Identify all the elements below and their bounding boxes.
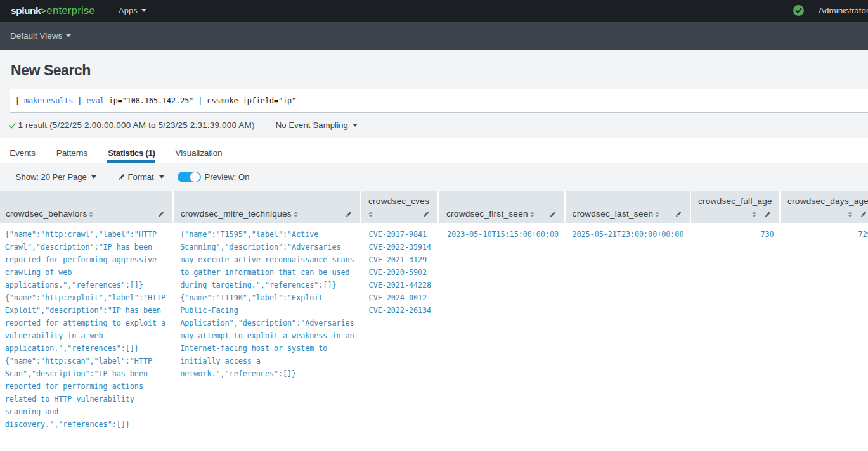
chevron-down-icon xyxy=(141,9,146,12)
default-views-label: Default Views xyxy=(10,31,62,41)
per-page-menu[interactable]: Show: 20 Per Page xyxy=(16,163,96,191)
table-row: {"name":"http:crawl","label":"HTTP Crawl… xyxy=(0,223,868,451)
column-header-crowdsec-last-seen[interactable]: crowdsec_last_seen xyxy=(564,191,690,223)
edit-column-icon[interactable] xyxy=(346,211,353,218)
cell-value[interactable]: CVE-2021-44228 xyxy=(369,279,435,291)
preview-control: Preview: On xyxy=(178,163,250,191)
preview-toggle[interactable] xyxy=(178,172,201,182)
apps-menu-label: Apps xyxy=(119,6,138,15)
column-header-crowdsec-cves[interactable]: crowdsec_cves xyxy=(360,191,437,223)
splunk-logo[interactable]: splunk>enterprise xyxy=(11,0,95,22)
sort-icon[interactable] xyxy=(530,212,534,217)
edit-column-icon[interactable] xyxy=(860,211,867,218)
default-views-menu[interactable]: Default Views xyxy=(10,22,71,50)
statistics-table-wrap: crowdsec_behaviors crowdsec_mitre_techni… xyxy=(0,191,868,451)
title-section: New Search xyxy=(0,50,868,89)
splunk-search-page: splunk>enterprise Apps Administrator Def… xyxy=(0,0,868,451)
sort-icon[interactable] xyxy=(848,212,852,217)
per-page-label: Show: 20 Per Page xyxy=(16,172,87,182)
cell-value[interactable]: 2025-05-21T23:00:00+00:00 xyxy=(573,228,690,241)
edit-column-icon[interactable] xyxy=(158,211,165,218)
cell-value[interactable]: {"name":"T1595","label":"Active Scanning… xyxy=(180,228,356,291)
table-controls: Show: 20 Per Page Format Preview: On xyxy=(0,163,868,191)
edit-column-icon[interactable] xyxy=(675,211,682,218)
logo-brand: splunk xyxy=(11,5,41,16)
health-status-icon[interactable] xyxy=(793,5,804,16)
sort-icon[interactable] xyxy=(89,212,93,217)
brush-icon xyxy=(119,174,126,181)
column-header-crowdsec-mitre-techniques[interactable]: crowdsec_mitre_techniques xyxy=(172,191,360,223)
cell-value[interactable]: CVE-2020-5902 xyxy=(369,266,435,279)
edit-column-icon[interactable] xyxy=(550,211,557,218)
cell-value[interactable]: {"name":"T1190","label":"Exploit Public-… xyxy=(180,291,356,380)
sort-icon[interactable] xyxy=(294,212,298,217)
cell-value[interactable]: CVE-2021-3129 xyxy=(369,253,435,266)
job-status-section: 1 result (5/22/25 2:00:00.000 AM to 5/23… xyxy=(0,113,868,138)
tab-statistics[interactable]: Statistics (1) xyxy=(108,138,155,163)
column-label: crowdsec_cves xyxy=(368,195,430,208)
edit-column-icon[interactable] xyxy=(765,211,772,218)
cell-crowdsec-cves[interactable]: CVE-2017-9841CVE-2022-35914CVE-2021-3129… xyxy=(360,223,437,451)
cell-value[interactable]: CVE-2017-9841 xyxy=(369,228,435,241)
column-header-crowdsec-days-age[interactable]: crowdsec_days_age xyxy=(779,191,868,223)
chevron-down-icon xyxy=(91,175,96,179)
cell-crowdsec-days-age[interactable]: 729 xyxy=(779,223,868,451)
top-bar: splunk>enterprise Apps Administrator xyxy=(0,0,868,22)
cell-value[interactable]: {"name":"http:exploit","label":"HTTP Exp… xyxy=(5,291,170,355)
column-label: crowdsec_days_age xyxy=(787,195,867,208)
cell-crowdsec-full-age[interactable]: 730 xyxy=(690,223,779,451)
format-menu[interactable]: Format xyxy=(119,163,164,191)
chevron-down-icon xyxy=(66,34,71,37)
column-header-crowdsec-first-seen[interactable]: crowdsec_first_seen xyxy=(437,191,564,223)
job-done-check-icon xyxy=(9,123,16,129)
logo-product: enterprise xyxy=(46,4,95,16)
column-label: crowdsec_first_seen xyxy=(446,208,528,220)
cell-crowdsec-behaviors[interactable]: {"name":"http:crawl","label":"HTTP Crawl… xyxy=(0,223,172,451)
column-label: crowdsec_full_age xyxy=(698,195,772,208)
cell-value[interactable]: {"name":"http:crawl","label":"HTTP Crawl… xyxy=(5,228,170,291)
toggle-knob xyxy=(190,172,200,182)
user-menu[interactable]: Administrator xyxy=(819,0,868,22)
search-bar-section: | makeresults | eval ip="108.165.142.25"… xyxy=(0,89,868,113)
page-title: New Search xyxy=(11,62,91,79)
cell-crowdsec-first-seen[interactable]: 2023-05-10T15:15:00+00:00 xyxy=(437,223,564,451)
job-result-summary: 1 result (5/22/25 2:00:00.000 AM to 5/23… xyxy=(18,113,255,138)
cell-crowdsec-mitre-techniques[interactable]: {"name":"T1595","label":"Active Scanning… xyxy=(172,223,360,451)
event-sampling-menu[interactable]: No Event Sampling xyxy=(276,113,358,138)
edit-column-icon[interactable] xyxy=(423,211,430,218)
column-label: crowdsec_last_seen xyxy=(573,208,654,220)
event-sampling-label: No Event Sampling xyxy=(276,120,348,130)
check-icon xyxy=(793,5,804,16)
cell-value[interactable]: CVE-2024-0012 xyxy=(369,291,435,304)
format-label: Format xyxy=(128,172,154,182)
column-header-crowdsec-behaviors[interactable]: crowdsec_behaviors xyxy=(0,191,172,223)
cell-value[interactable]: CVE-2022-26134 xyxy=(369,304,435,317)
chevron-down-icon xyxy=(353,124,358,127)
cell-value[interactable]: {"name":"http:scan","label":"HTTP Scan",… xyxy=(5,355,170,431)
user-menu-label: Administrator xyxy=(819,6,868,15)
active-tab-underline xyxy=(107,160,155,163)
sort-icon[interactable] xyxy=(752,212,756,217)
tab-patterns[interactable]: Patterns xyxy=(56,138,87,163)
app-bar: Default Views xyxy=(0,22,868,50)
tab-events[interactable]: Events xyxy=(10,138,36,163)
chevron-down-icon xyxy=(159,175,164,179)
cell-value[interactable]: 730 xyxy=(690,228,774,241)
search-input[interactable]: | makeresults | eval ip="108.165.142.25"… xyxy=(10,89,868,113)
cell-value[interactable]: CVE-2022-35914 xyxy=(369,241,435,253)
column-label: crowdsec_mitre_techniques xyxy=(181,208,292,220)
sort-icon[interactable] xyxy=(368,212,373,217)
sort-icon[interactable] xyxy=(655,212,659,217)
search-query: | makeresults | eval ip="108.165.142.25"… xyxy=(15,89,296,112)
cell-crowdsec-last-seen[interactable]: 2025-05-21T23:00:00+00:00 xyxy=(564,223,690,451)
preview-label: Preview: On xyxy=(205,172,250,182)
header-row: crowdsec_behaviors crowdsec_mitre_techni… xyxy=(0,191,868,223)
column-label: crowdsec_behaviors xyxy=(6,208,87,220)
column-header-crowdsec-full-age[interactable]: crowdsec_full_age xyxy=(690,191,779,223)
cell-value[interactable]: 2023-05-10T15:15:00+00:00 xyxy=(447,228,564,241)
apps-menu[interactable]: Apps xyxy=(119,0,146,22)
results-tabs: Events Patterns Statistics (1) Visualiza… xyxy=(0,138,868,163)
cell-value[interactable]: 729 xyxy=(779,228,868,241)
logo-caret: > xyxy=(41,5,46,16)
tab-visualization[interactable]: Visualization xyxy=(176,138,223,163)
